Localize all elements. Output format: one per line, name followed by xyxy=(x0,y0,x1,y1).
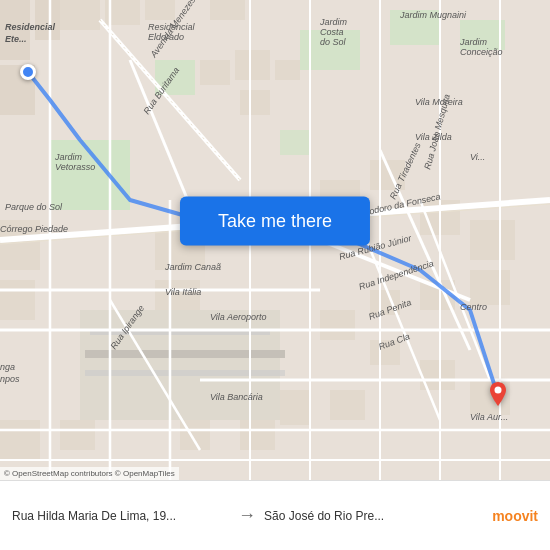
svg-rect-30 xyxy=(280,390,310,425)
svg-rect-34 xyxy=(0,420,40,460)
svg-text:Jardim Mugnaini: Jardim Mugnaini xyxy=(399,10,467,20)
svg-rect-38 xyxy=(210,0,245,20)
destination-pin xyxy=(486,382,510,416)
osm-attribution: © OpenStreetMap contributors © OpenMapTi… xyxy=(0,467,179,480)
svg-text:Eldorado: Eldorado xyxy=(148,32,184,42)
svg-text:Costa: Costa xyxy=(320,27,344,37)
svg-text:Jardim Canaã: Jardim Canaã xyxy=(164,262,221,272)
svg-text:Jardim: Jardim xyxy=(459,37,488,47)
route-arrow-icon: → xyxy=(238,505,256,526)
svg-text:Residencial: Residencial xyxy=(148,22,196,32)
svg-rect-12 xyxy=(35,0,60,40)
svg-rect-21 xyxy=(470,220,515,260)
svg-text:Conceição: Conceição xyxy=(460,47,503,57)
svg-rect-15 xyxy=(0,280,35,320)
svg-text:Vi...: Vi... xyxy=(470,152,485,162)
svg-text:Vetorasso: Vetorasso xyxy=(55,162,95,172)
route-from: Rua Hilda Maria De Lima, 19... xyxy=(12,509,230,523)
svg-rect-35 xyxy=(60,0,100,30)
svg-rect-29 xyxy=(330,390,365,420)
moovit-logo-text: moovit xyxy=(492,508,538,524)
take-me-there-button[interactable]: Take me there xyxy=(180,196,370,245)
svg-rect-33 xyxy=(60,420,95,450)
svg-rect-42 xyxy=(275,60,300,80)
svg-text:Vila Zilda: Vila Zilda xyxy=(415,132,452,142)
svg-text:npos: npos xyxy=(0,374,20,384)
origin-pin xyxy=(20,64,36,80)
svg-text:Parque do Sol: Parque do Sol xyxy=(5,202,63,212)
svg-rect-37 xyxy=(145,0,175,20)
svg-point-101 xyxy=(495,387,502,394)
svg-text:Ete...: Ete... xyxy=(5,34,27,44)
svg-rect-25 xyxy=(320,310,355,340)
svg-rect-6 xyxy=(280,130,310,155)
svg-text:Córrego Piedade: Córrego Piedade xyxy=(0,224,68,234)
svg-rect-41 xyxy=(240,90,270,115)
svg-text:Jardim: Jardim xyxy=(319,17,348,27)
svg-text:Vila Aeroporto: Vila Aeroporto xyxy=(210,312,267,322)
svg-rect-22 xyxy=(470,270,510,305)
route-to: São José do Rio Pre... xyxy=(264,509,482,523)
svg-text:nga: nga xyxy=(0,362,15,372)
svg-text:do Sol: do Sol xyxy=(320,37,347,47)
map-container: Avenida Menezes Rua Buritama Córrego Pie… xyxy=(0,0,550,480)
svg-rect-10 xyxy=(85,370,285,376)
svg-rect-40 xyxy=(235,50,270,80)
svg-text:Residencial: Residencial xyxy=(5,22,56,32)
svg-text:Centro: Centro xyxy=(460,302,487,312)
svg-rect-31 xyxy=(240,420,275,450)
svg-rect-39 xyxy=(200,60,230,85)
svg-text:Vila Bancária: Vila Bancária xyxy=(210,392,263,402)
svg-text:Vila Itália: Vila Itália xyxy=(165,287,201,297)
svg-text:Vila Moreira: Vila Moreira xyxy=(415,97,463,107)
svg-text:Jardim: Jardim xyxy=(54,152,83,162)
moovit-logo: moovit xyxy=(492,508,538,524)
bottom-bar: Rua Hilda Maria De Lima, 19... → São Jos… xyxy=(0,480,550,550)
